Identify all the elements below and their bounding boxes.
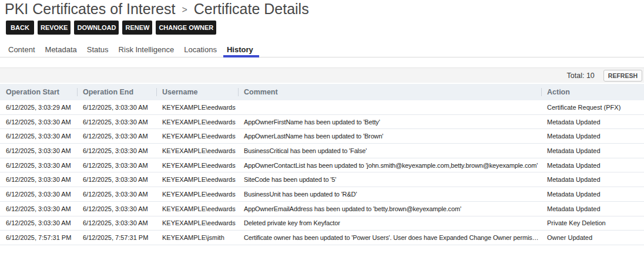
tab-bar: Content Metadata Status Risk Intelligenc… xyxy=(0,45,644,57)
cell-operation-start: 6/12/2025, 3:03:30 AM xyxy=(0,162,77,169)
cell-operation-end: 6/12/2025, 3:03:30 AM xyxy=(77,176,156,183)
column-header-username[interactable]: Username xyxy=(156,84,238,100)
cell-action: Metadata Updated xyxy=(541,147,644,154)
cell-username: KEYEXAMPLE\eedwards xyxy=(156,162,238,169)
table-row[interactable]: 6/12/2025, 3:03:29 AM 6/12/2025, 3:03:30… xyxy=(0,100,644,115)
cell-username: KEYEXAMPLE\eedwards xyxy=(156,219,238,226)
cell-comment: AppOwnerFirstName has been updated to 'B… xyxy=(238,118,541,126)
cell-operation-end: 6/12/2025, 3:03:30 AM xyxy=(77,118,156,126)
cell-comment: SiteCode has been updated to '5' xyxy=(238,176,541,183)
page-title: Certificate Details xyxy=(194,1,309,18)
cell-action: Owner Updated xyxy=(541,234,644,241)
total-count: Total: 10 xyxy=(567,72,595,80)
history-grid: Total: 10 REFRESH Operation Start Operat… xyxy=(0,67,644,245)
table-row[interactable]: 6/12/2025, 3:03:30 AM 6/12/2025, 3:03:30… xyxy=(0,216,644,231)
cell-operation-start: 6/12/2025, 3:03:30 AM xyxy=(0,205,77,212)
cell-comment: AppOwnerEmailAddress has been updated to… xyxy=(238,205,541,212)
cell-operation-start: 6/12/2025, 7:57:31 PM xyxy=(0,234,77,241)
renew-button[interactable]: RENEW xyxy=(122,21,152,35)
cell-operation-end: 6/12/2025, 3:03:30 AM xyxy=(77,133,156,140)
table-row[interactable]: 6/12/2025, 3:03:30 AM 6/12/2025, 3:03:30… xyxy=(0,129,644,144)
table-row[interactable]: 6/12/2025, 3:03:30 AM 6/12/2025, 3:03:30… xyxy=(0,115,644,130)
table-row[interactable]: 6/12/2025, 3:03:30 AM 6/12/2025, 3:03:30… xyxy=(0,202,644,216)
cell-username: KEYEXAMPLE\eedwards xyxy=(156,133,238,140)
cell-action: Metadata Updated xyxy=(541,133,644,140)
grid-body: 6/12/2025, 3:03:29 AM 6/12/2025, 3:03:30… xyxy=(0,100,644,245)
cell-action: Metadata Updated xyxy=(541,162,644,169)
tab-risk-intelligence[interactable]: Risk Intelligence xyxy=(115,45,178,57)
cell-operation-start: 6/12/2025, 3:03:30 AM xyxy=(0,191,77,198)
cell-username: KEYEXAMPLE\eedwards xyxy=(156,104,238,111)
cell-comment: AppOwnerLastName has been updated to 'Br… xyxy=(238,133,541,140)
cell-action: Metadata Updated xyxy=(541,118,644,126)
tab-locations[interactable]: Locations xyxy=(180,45,220,57)
table-row[interactable]: 6/12/2025, 7:57:31 PM 6/12/2025, 7:57:31… xyxy=(0,231,644,245)
table-row[interactable]: 6/12/2025, 3:03:30 AM 6/12/2025, 3:03:30… xyxy=(0,144,644,158)
cell-operation-start: 6/12/2025, 3:03:30 AM xyxy=(0,219,77,226)
grid-toolbar: Total: 10 REFRESH xyxy=(0,67,644,83)
cell-operation-end: 6/12/2025, 3:03:30 AM xyxy=(77,147,156,154)
cell-username: KEYEXAMPLE\jsmith xyxy=(156,234,238,241)
cell-comment: BusinessUnit has been updated to 'R&D' xyxy=(238,191,541,198)
certificate-details-page: PKI Certificates of Interest > Certifica… xyxy=(0,0,644,254)
cell-operation-start: 6/12/2025, 3:03:29 AM xyxy=(0,104,77,111)
cell-operation-start: 6/12/2025, 3:03:30 AM xyxy=(0,147,77,154)
cell-action: Metadata Updated xyxy=(541,191,644,198)
column-header-action[interactable]: Action xyxy=(541,84,644,100)
column-header-operation-start[interactable]: Operation Start xyxy=(0,84,77,100)
cell-operation-end: 6/12/2025, 3:03:30 AM xyxy=(77,191,156,198)
grid-header-row: Operation Start Operation End Username C… xyxy=(0,84,644,100)
cell-operation-end: 6/12/2025, 3:03:30 AM xyxy=(77,219,156,226)
table-row[interactable]: 6/12/2025, 3:03:30 AM 6/12/2025, 3:03:30… xyxy=(0,158,644,173)
change-owner-button[interactable]: CHANGE OWNER xyxy=(156,21,216,35)
tab-history[interactable]: History xyxy=(223,45,257,57)
refresh-button[interactable]: REFRESH xyxy=(603,70,642,82)
cell-username: KEYEXAMPLE\eedwards xyxy=(156,147,238,154)
download-button[interactable]: DOWNLOAD xyxy=(74,21,119,35)
cell-action: Certificate Request (PFX) xyxy=(541,104,644,111)
cell-action: Metadata Updated xyxy=(541,176,644,183)
back-button[interactable]: BACK xyxy=(6,21,34,35)
cell-operation-end: 6/12/2025, 3:03:30 AM xyxy=(77,205,156,212)
cell-action: Private Key Deletion xyxy=(541,219,644,226)
cell-operation-start: 6/12/2025, 3:03:30 AM xyxy=(0,176,77,183)
tab-content[interactable]: Content xyxy=(5,45,39,57)
tab-status[interactable]: Status xyxy=(83,45,112,57)
cell-comment: BusinessCritical has been updated to 'Fa… xyxy=(238,147,541,154)
revoke-button[interactable]: REVOKE xyxy=(38,21,71,35)
column-header-comment[interactable]: Comment xyxy=(238,84,541,100)
cell-operation-start: 6/12/2025, 3:03:30 AM xyxy=(0,133,77,140)
action-button-row: BACK REVOKE DOWNLOAD RENEW CHANGE OWNER xyxy=(6,21,644,35)
cell-operation-end: 6/12/2025, 7:57:31 PM xyxy=(77,234,156,241)
cell-operation-end: 6/12/2025, 3:03:30 AM xyxy=(77,104,156,111)
cell-username: KEYEXAMPLE\eedwards xyxy=(156,118,238,126)
cell-comment: Deleted private key from Keyfactor xyxy=(238,219,541,226)
breadcrumb: PKI Certificates of Interest > Certifica… xyxy=(0,0,644,18)
tab-metadata[interactable]: Metadata xyxy=(42,45,80,57)
cell-operation-start: 6/12/2025, 3:03:30 AM xyxy=(0,118,77,126)
cell-comment: AppOwnerContactList has been updated to … xyxy=(238,162,541,169)
table-row[interactable]: 6/12/2025, 3:03:30 AM 6/12/2025, 3:03:30… xyxy=(0,187,644,202)
breadcrumb-section[interactable]: PKI Certificates of Interest xyxy=(5,1,175,18)
breadcrumb-separator-icon: > xyxy=(182,5,187,15)
cell-operation-end: 6/12/2025, 3:03:30 AM xyxy=(77,162,156,169)
cell-action: Metadata Updated xyxy=(541,205,644,212)
table-row[interactable]: 6/12/2025, 3:03:30 AM 6/12/2025, 3:03:30… xyxy=(0,172,644,187)
column-header-operation-end[interactable]: Operation End xyxy=(77,84,156,100)
cell-username: KEYEXAMPLE\eedwards xyxy=(156,205,238,212)
cell-username: KEYEXAMPLE\eedwards xyxy=(156,191,238,198)
cell-username: KEYEXAMPLE\eedwards xyxy=(156,176,238,183)
cell-comment: Certificate owner has been updated to 'P… xyxy=(238,234,541,241)
